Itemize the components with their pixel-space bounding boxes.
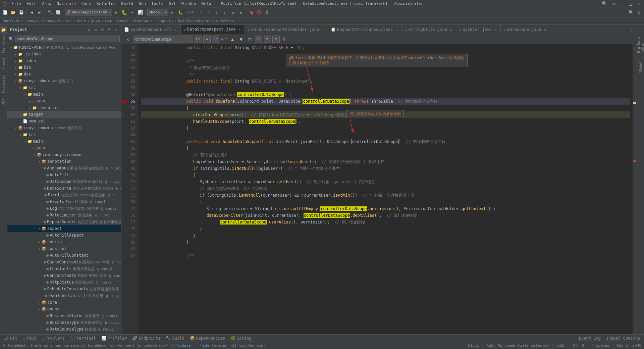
search-match-case-icon[interactable]: 𝗖 (255, 36, 262, 43)
bottom-tab-eventlog[interactable]: Event Log (576, 335, 603, 342)
tab-stringutils[interactable]: ☕ StringUtils.java ✕ (402, 25, 456, 34)
menu-tools[interactable]: Tools (149, 1, 165, 6)
maximize-btn[interactable]: □ (628, 1, 633, 6)
status-encoding[interactable]: UTF-8 (573, 343, 584, 348)
bookmarks-panel-btn[interactable]: Bookmarks (0, 72, 7, 96)
tab-close-datascope[interactable]: ✕ (542, 27, 547, 32)
tree-item-ruoyi-common[interactable]: ▾ 📦 ruoyi-common common通用工具 (7, 124, 121, 131)
tab-sysuser[interactable]: ☕ SysUser.java ✕ (456, 25, 501, 34)
bottom-tab-git[interactable]: ⎇ Git (1, 335, 20, 342)
right-tab-bigdata[interactable]: Big Data Tools (637, 26, 644, 53)
menu-git[interactable]: Git (167, 1, 178, 6)
breadcrumb-framework[interactable]: ruoyi-framework (28, 19, 61, 23)
breadcrumb-fw[interactable]: framework (132, 19, 153, 23)
translate-btn[interactable]: 文 (264, 9, 271, 16)
tree-item-scheduleconstants[interactable]: ● ScheduleConstants 任务调度通用常量 @ ruo... (7, 286, 121, 292)
tree-item-target[interactable]: ▸ 📁 target (7, 111, 121, 118)
breadcrumb-com[interactable]: com (105, 19, 112, 23)
close-btn[interactable]: ✕ (636, 1, 641, 6)
sidebar-close-icon[interactable]: ✕ (113, 27, 118, 32)
aws-panel-btn[interactable]: AWS (0, 97, 7, 107)
bookmark-btn[interactable]: 🔖 (248, 9, 255, 16)
tab-datascopeaspect[interactable]: ☕ DataScopeAspect.java ✕ (181, 25, 245, 34)
tree-item-httpconstants[interactable]: ● HttpStatus 返回状态码 @ ruoyi (7, 279, 121, 286)
sidebar-gear-icon[interactable]: ⚙ (100, 27, 105, 32)
tree-item-java-admin[interactable]: ▸ ☕ java (7, 98, 121, 104)
save-btn[interactable]: 💾 (17, 9, 25, 16)
tree-item-resources[interactable]: ▸ 📁 resources (7, 104, 121, 111)
git-action3-btn[interactable]: ↺ (229, 9, 236, 16)
bottom-tab-terminal[interactable]: ⬛ Terminal (67, 335, 99, 342)
status-lines[interactable]: 623 of 2048 (617, 343, 641, 348)
search-close-btn[interactable]: ✕ (124, 36, 131, 43)
jrebel-run-btn[interactable]: ▶ (169, 9, 176, 16)
menu-navigate[interactable]: Navigate (55, 1, 78, 6)
code-content[interactable]: public static final String DATA_SCOPE_SE… (138, 44, 633, 334)
tree-item-repeatsubmit[interactable]: ● RepeatSubmit 自定义注解防止表单重复提交 @... (7, 218, 121, 225)
breadcrumb-datascopeaspect[interactable]: DataScopeAspect (178, 19, 211, 23)
tree-item-ruoyi-vue[interactable]: ▾ 📁 RuoYi-Vue 若依管理系统 E:\gitRepos2\RuoYi-… (7, 44, 121, 51)
breadcrumb-main[interactable]: main (77, 19, 87, 23)
tree-item-datascope[interactable]: ● DataScope 数据权限过滤注解 @ ruoyi (7, 178, 121, 185)
search-everywhere-toolbar-btn[interactable]: 🔍 (627, 9, 635, 16)
search-regex-btn[interactable]: .* (212, 36, 219, 43)
menu-run[interactable]: Run (137, 1, 148, 6)
search-in-selection-btn[interactable]: ⊡ (272, 36, 280, 43)
menu-view[interactable]: View (40, 1, 53, 6)
menu-refactor[interactable]: Refactor (94, 1, 118, 6)
tree-item-main-common[interactable]: ▾ 📁 main (7, 138, 121, 145)
tree-item-businesstype[interactable]: ● BusinessType 业务操作类型 @ ruoyi (7, 319, 121, 326)
tree-item-src-common[interactable]: ▾ 📁 src (7, 131, 121, 138)
breadcrumb-java[interactable]: java (91, 19, 100, 23)
breadcrumb-dobefore[interactable]: doBefore (216, 19, 234, 23)
minimize-btn[interactable]: — (620, 1, 625, 6)
tree-item-idea[interactable]: ▸ 📁 .idea (7, 57, 121, 64)
tree-item-cacheconstants[interactable]: ● CacheConstants 缓存的key 常量 @ ruoyi (7, 259, 121, 265)
menu-window[interactable]: Window (179, 1, 198, 6)
tab-close-datascopeaspect[interactable]: ✕ (237, 27, 242, 32)
build-btn[interactable]: 🔨 (46, 9, 54, 16)
tree-item-datasource[interactable]: ● DataSource 自定义多数据源切换注解 @ ruo... (7, 185, 121, 192)
sidebar-expand-icon[interactable]: ≡ (93, 27, 98, 32)
search-everywhere-btn[interactable]: 🔍 (600, 1, 608, 6)
tab-close-sysuser[interactable]: ✕ (493, 27, 498, 32)
search-funnel-btn[interactable]: ⊽ (281, 37, 287, 42)
tree-item-log[interactable]: ● Log 自定义操作日志记录注解 @ ruoyi (7, 205, 121, 212)
tree-item-datasourcetype[interactable]: ● DataSourceType 数据源 @ ruoyi (7, 326, 121, 333)
open-btn[interactable]: 📂 (9, 9, 17, 16)
tree-item-src-admin[interactable]: ▾ 📁 src (7, 84, 121, 91)
tab-requestattributes[interactable]: 📋 RequestAttributes.class ✕ (328, 25, 402, 34)
bottom-tab-problems[interactable]: ⚠ Problems (39, 335, 67, 342)
profile-btn[interactable]: 📊 (137, 9, 144, 16)
tab-close-sysdept[interactable]: ✕ (173, 27, 178, 32)
sidebar-settings-icon[interactable]: ⚙ (86, 27, 92, 32)
tree-item-github[interactable]: ▸ 📁 .github (7, 51, 121, 57)
search-prev-btn[interactable]: ▲ (229, 36, 236, 43)
tree-item-aspect[interactable]: ▾ 📦 aspect (7, 225, 121, 232)
search-expand-btn[interactable]: □ (246, 36, 254, 43)
bottom-tab-todo[interactable]: ☑ TODO (20, 335, 39, 342)
tree-item-pom[interactable]: 📄 pom.xml (7, 118, 121, 124)
tree-item-anonymous[interactable]: ● Anonymous 匿名访问不鉴权注解 @ ruoyi (7, 165, 121, 171)
tree-item-main-admin[interactable]: ▾ 📁 main (7, 91, 121, 98)
settings-btn[interactable]: ⚙ (611, 1, 616, 6)
bottom-tab-spring[interactable]: 🌿 Spring (228, 335, 254, 342)
back-btn[interactable]: ◀ (28, 9, 35, 16)
bottom-tab-dependencies[interactable]: 📦 Dependencies (187, 335, 228, 342)
tree-item-annotation[interactable]: ▾ 📦 annotation (7, 158, 121, 165)
git-action1-btn[interactable]: ↑ (213, 9, 220, 16)
status-indent[interactable]: 4 spaces (592, 343, 609, 348)
tree-item-com-ruoyi[interactable]: ▾ 📦 com.ruoyi.common (7, 151, 121, 158)
breadcrumb-ruoyi-vue[interactable]: RuoYi-Vue (3, 19, 23, 23)
tree-item-core[interactable]: ▸ 📦 core (7, 299, 121, 306)
tree-item-autofillconstant[interactable]: ● AutoFillConstant (7, 252, 121, 259)
git-action4-btn[interactable]: ↻ (237, 9, 245, 16)
structure-panel-btn[interactable]: Structure (0, 34, 7, 54)
tab-close-permissioncontext[interactable]: ✕ (320, 27, 325, 32)
sidebar-search-input[interactable] (15, 36, 120, 42)
status-aws[interactable]: AWS: No credentials selected (487, 343, 549, 348)
search-all-btn[interactable]: ≡ (264, 36, 271, 43)
bottom-tab-build[interactable]: 🔨 Build (163, 335, 187, 342)
tab-sysdept[interactable]: 📄 SysDeptMapper.xml ✕ (121, 25, 181, 34)
tree-item-constant[interactable]: ▾ 📦 constant (7, 245, 121, 252)
